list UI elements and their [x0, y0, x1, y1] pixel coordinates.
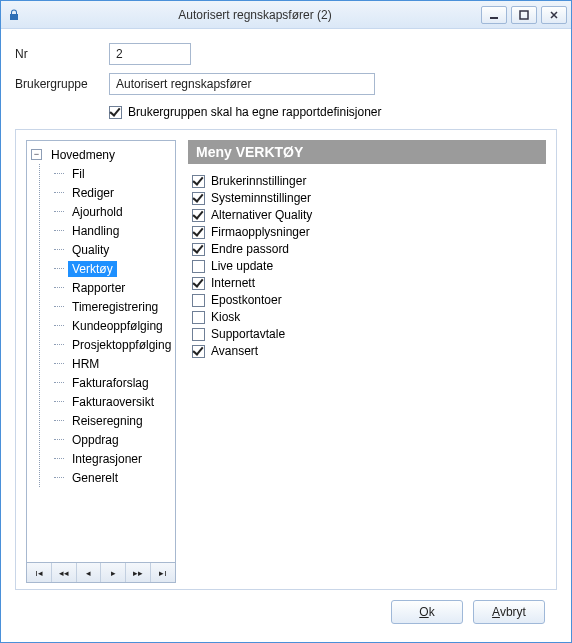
tree-item-handling[interactable]: Handling — [54, 221, 175, 240]
cancel-button[interactable]: Avbryt — [473, 600, 545, 624]
tree-item-timeregistrering[interactable]: Timeregistrering — [54, 297, 175, 316]
main-frame: − Hovedmeny FilRedigerAjourholdHandlingQ… — [15, 129, 557, 590]
option-row: Avansert — [192, 344, 542, 358]
group-label: Brukergruppe — [15, 77, 109, 91]
option-row: Systeminnstillinger — [192, 191, 542, 205]
own-reports-checkbox[interactable] — [109, 106, 122, 119]
tree-item-hrm[interactable]: HRM — [54, 354, 175, 373]
dialog-footer: Ok Avbryt — [15, 590, 557, 634]
maximize-button[interactable] — [511, 6, 537, 24]
option-row: Kiosk — [192, 310, 542, 324]
tree-root-hovedmeny[interactable]: Hovedmeny — [33, 145, 175, 164]
option-row: Supportavtale — [192, 327, 542, 341]
dialog-body: Nr Brukergruppe Brukergruppen skal ha eg… — [1, 29, 571, 642]
tree-pane: − Hovedmeny FilRedigerAjourholdHandlingQ… — [26, 140, 176, 583]
tree-item-rapporter[interactable]: Rapporter — [54, 278, 175, 297]
option-checkbox[interactable] — [192, 243, 205, 256]
nav-last-button[interactable]: ▸ı — [151, 563, 175, 582]
tree-item-fil[interactable]: Fil — [54, 164, 175, 183]
option-label[interactable]: Avansert — [211, 344, 258, 358]
option-row: Brukerinnstillinger — [192, 174, 542, 188]
option-label[interactable]: Brukerinnstillinger — [211, 174, 306, 188]
own-reports-label[interactable]: Brukergruppen skal ha egne rapportdefini… — [128, 105, 382, 119]
option-checkbox[interactable] — [192, 328, 205, 341]
close-button[interactable] — [541, 6, 567, 24]
option-label[interactable]: Endre passord — [211, 242, 289, 256]
option-row: Alternativer Quality — [192, 208, 542, 222]
minimize-button[interactable] — [481, 6, 507, 24]
tree-item-generelt[interactable]: Generelt — [54, 468, 175, 487]
option-row: Live update — [192, 259, 542, 273]
option-label[interactable]: Supportavtale — [211, 327, 285, 341]
window-buttons — [481, 6, 567, 24]
option-label[interactable]: Systeminnstillinger — [211, 191, 311, 205]
tree-item-ajourhold[interactable]: Ajourhold — [54, 202, 175, 221]
svg-rect-1 — [520, 11, 528, 19]
nav-forward-button[interactable]: ▸ — [101, 563, 126, 582]
tree-item-rediger[interactable]: Rediger — [54, 183, 175, 202]
record-nav: ı◂ ◂◂ ◂ ▸ ▸▸ ▸ı — [26, 563, 176, 583]
option-label[interactable]: Firmaopplysninger — [211, 225, 310, 239]
option-row: Epostkontoer — [192, 293, 542, 307]
option-label[interactable]: Epostkontoer — [211, 293, 282, 307]
option-checkbox[interactable] — [192, 277, 205, 290]
option-row: Endre passord — [192, 242, 542, 256]
option-checkbox[interactable] — [192, 260, 205, 273]
option-checkbox[interactable] — [192, 209, 205, 222]
nav-fastforward-button[interactable]: ▸▸ — [126, 563, 151, 582]
tree-item-oppdrag[interactable]: Oppdrag — [54, 430, 175, 449]
menu-tree[interactable]: − Hovedmeny FilRedigerAjourholdHandlingQ… — [26, 140, 176, 563]
tree-item-fakturaforslag[interactable]: Fakturaforslag — [54, 373, 175, 392]
option-checkbox[interactable] — [192, 345, 205, 358]
checkbox-list: BrukerinnstillingerSysteminnstillingerAl… — [188, 164, 546, 368]
window-title: Autorisert regnskapsfører (2) — [29, 8, 481, 22]
option-label[interactable]: Alternativer Quality — [211, 208, 312, 222]
panel-header: Meny VERKTØY — [188, 140, 546, 164]
nav-back-button[interactable]: ◂ — [77, 563, 102, 582]
group-field[interactable] — [109, 73, 375, 95]
tree-item-reiseregning[interactable]: Reiseregning — [54, 411, 175, 430]
tree-item-prosjektoppfølging[interactable]: Prosjektoppfølging — [54, 335, 175, 354]
option-label[interactable]: Live update — [211, 259, 273, 273]
dialog-window: Autorisert regnskapsfører (2) Nr Brukerg… — [0, 0, 572, 643]
lock-icon — [5, 6, 23, 24]
tree-item-integrasjoner[interactable]: Integrasjoner — [54, 449, 175, 468]
option-label[interactable]: Kiosk — [211, 310, 240, 324]
svg-rect-0 — [490, 17, 498, 19]
tree-item-kundeoppfølging[interactable]: Kundeoppfølging — [54, 316, 175, 335]
option-checkbox[interactable] — [192, 226, 205, 239]
tree-item-fakturaoversikt[interactable]: Fakturaoversikt — [54, 392, 175, 411]
tree-item-quality[interactable]: Quality — [54, 240, 175, 259]
option-checkbox[interactable] — [192, 311, 205, 324]
nav-fastback-button[interactable]: ◂◂ — [52, 563, 77, 582]
option-checkbox[interactable] — [192, 294, 205, 307]
titlebar: Autorisert regnskapsfører (2) — [1, 1, 571, 29]
option-checkbox[interactable] — [192, 175, 205, 188]
nr-label: Nr — [15, 47, 109, 61]
tree-item-verktøy[interactable]: Verktøy — [54, 259, 175, 278]
option-label[interactable]: Internett — [211, 276, 255, 290]
option-row: Internett — [192, 276, 542, 290]
ok-button[interactable]: Ok — [391, 600, 463, 624]
right-pane: Meny VERKTØY BrukerinnstillingerSystemin… — [188, 140, 546, 583]
option-checkbox[interactable] — [192, 192, 205, 205]
nr-field[interactable] — [109, 43, 191, 65]
option-row: Firmaopplysninger — [192, 225, 542, 239]
nav-first-button[interactable]: ı◂ — [27, 563, 52, 582]
